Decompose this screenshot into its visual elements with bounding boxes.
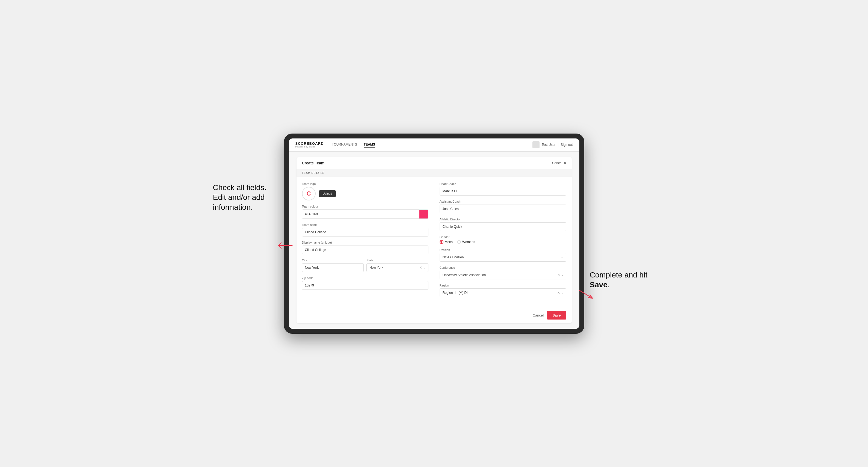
section-header: TEAM DETAILS — [297, 169, 572, 177]
conference-group: Conference University Athletic Associati… — [440, 266, 566, 279]
form-right: Head Coach Assistant Coach Athletic Dire… — [434, 177, 572, 307]
navbar: SCOREBOARD Powered by clippi TOURNAMENTS… — [289, 138, 579, 152]
sign-out-link[interactable]: Sign out — [561, 143, 572, 147]
region-label: Region — [440, 284, 566, 287]
region-group: Region Region II - (M) DIII ✕ ⌄ — [440, 284, 566, 297]
user-avatar — [532, 141, 539, 148]
panel-title: Create Team — [302, 161, 324, 165]
assistant-coach-input[interactable] — [440, 205, 566, 213]
head-coach-group: Head Coach — [440, 182, 566, 195]
team-colour-group: Team colour — [302, 205, 428, 219]
conference-clear-icon[interactable]: ✕ — [557, 273, 560, 277]
tablet-device: SCOREBOARD Powered by clippi TOURNAMENTS… — [284, 133, 584, 334]
state-select-wrapper: New York ✕ ⌄ — [366, 263, 428, 272]
gender-mens-option[interactable]: Mens — [440, 240, 453, 244]
city-input[interactable] — [302, 263, 364, 272]
city-state-row: City State New York ✕ ⌄ — [302, 259, 428, 272]
region-clear-icon[interactable]: ✕ — [557, 291, 560, 295]
cancel-button[interactable]: Cancel — [533, 313, 544, 317]
logo: SCOREBOARD Powered by clippi — [296, 142, 324, 148]
logo-subtitle: Powered by clippi — [296, 146, 324, 148]
team-logo-label: Team logo — [302, 182, 428, 185]
upload-button[interactable]: Upload — [319, 190, 336, 197]
division-group: Division NCAA Division III — [440, 248, 566, 261]
save-button[interactable]: Save — [547, 311, 566, 319]
nav-tournaments[interactable]: TOURNAMENTS — [332, 142, 357, 148]
athletic-director-label: Athletic Director — [440, 218, 566, 221]
panel-footer: Cancel Save — [297, 307, 572, 323]
conference-value: University Athletic Association — [443, 273, 557, 277]
form-body: Team logo C Upload Team colour — [297, 177, 572, 307]
display-name-group: Display name (unique) — [302, 241, 428, 254]
gender-mens-radio[interactable] — [440, 240, 443, 244]
division-select[interactable]: NCAA Division III — [440, 253, 566, 261]
display-name-label: Display name (unique) — [302, 241, 428, 244]
athletic-director-group: Athletic Director — [440, 218, 566, 231]
gender-group: Gender Mens Womens — [440, 236, 566, 244]
gender-options: Mens Womens — [440, 240, 566, 244]
logo-circle: C — [302, 187, 316, 200]
team-name-group: Team name — [302, 223, 428, 237]
panel-header: Create Team Cancel ✕ — [297, 157, 572, 169]
team-name-input[interactable] — [302, 228, 428, 237]
logo-title: SCOREBOARD — [296, 142, 324, 146]
nav-links: TOURNAMENTS TEAMS — [332, 142, 532, 148]
gender-womens-option[interactable]: Womens — [457, 240, 475, 244]
head-coach-input[interactable] — [440, 187, 566, 195]
main-content: Create Team Cancel ✕ TEAM DETAILS — [289, 152, 579, 329]
arrow-right-indicator — [576, 287, 598, 304]
gender-womens-radio[interactable] — [457, 240, 461, 244]
conference-arrow-icon: ⌄ — [561, 273, 563, 276]
form-left: Team logo C Upload Team colour — [297, 177, 434, 307]
division-label: Division — [440, 248, 566, 251]
state-arrow-icon: ⌄ — [423, 266, 425, 269]
pipe-divider: | — [558, 143, 558, 147]
region-select-wrapper[interactable]: Region II - (M) DIII ✕ ⌄ — [440, 288, 566, 297]
zip-group: Zip code — [302, 276, 428, 290]
zip-input[interactable] — [302, 281, 428, 290]
page-wrapper: Check all fields. Edit and/or add inform… — [284, 133, 584, 334]
state-clear-icon[interactable]: ✕ — [420, 266, 422, 270]
cancel-top-label: Cancel — [552, 161, 562, 165]
color-swatch[interactable] — [420, 210, 428, 218]
instruction-left: Check all fields. Edit and/or add inform… — [213, 183, 279, 213]
color-input-wrapper — [302, 210, 428, 219]
assistant-coach-group: Assistant Coach — [440, 200, 566, 213]
assistant-coach-label: Assistant Coach — [440, 200, 566, 203]
conference-select-wrapper[interactable]: University Athletic Association ✕ ⌄ — [440, 271, 566, 279]
team-colour-label: Team colour — [302, 205, 428, 208]
arrow-left-indicator — [273, 240, 295, 251]
team-logo-group: Team logo C Upload — [302, 182, 428, 200]
city-state-group: City State New York ✕ ⌄ — [302, 259, 428, 272]
tablet-screen: SCOREBOARD Powered by clippi TOURNAMENTS… — [289, 138, 579, 329]
athletic-director-input[interactable] — [440, 222, 566, 231]
display-name-input[interactable] — [302, 246, 428, 254]
nav-teams[interactable]: TEAMS — [364, 142, 375, 148]
region-value: Region II - (M) DIII — [443, 291, 557, 295]
division-select-wrapper: NCAA Division III — [440, 253, 566, 261]
gender-mens-label: Mens — [445, 240, 453, 244]
close-icon: ✕ — [563, 161, 566, 165]
zip-label: Zip code — [302, 276, 428, 280]
team-name-label: Team name — [302, 223, 428, 226]
head-coach-label: Head Coach — [440, 182, 566, 185]
create-team-panel: Create Team Cancel ✕ TEAM DETAILS — [297, 157, 572, 323]
gender-label: Gender — [440, 236, 566, 239]
gender-womens-label: Womens — [462, 240, 475, 244]
state-value: New York — [369, 266, 420, 270]
nav-right: Test User | Sign out — [532, 141, 573, 148]
instruction-right-normal: Complete and hit — [590, 271, 648, 279]
city-label: City — [302, 259, 364, 262]
state-group: State New York ✕ ⌄ — [366, 259, 428, 272]
city-group: City — [302, 259, 364, 272]
conference-label: Conference — [440, 266, 566, 269]
state-label: State — [366, 259, 428, 262]
cancel-top-button[interactable]: Cancel ✕ — [552, 161, 566, 165]
logo-upload-area: C Upload — [302, 187, 428, 200]
instruction-right-suffix: . — [608, 280, 610, 289]
region-arrow-icon: ⌄ — [561, 291, 563, 294]
instruction-right: Complete and hit Save. — [590, 270, 655, 290]
user-label: Test User — [542, 143, 556, 147]
team-colour-input[interactable] — [302, 210, 420, 218]
